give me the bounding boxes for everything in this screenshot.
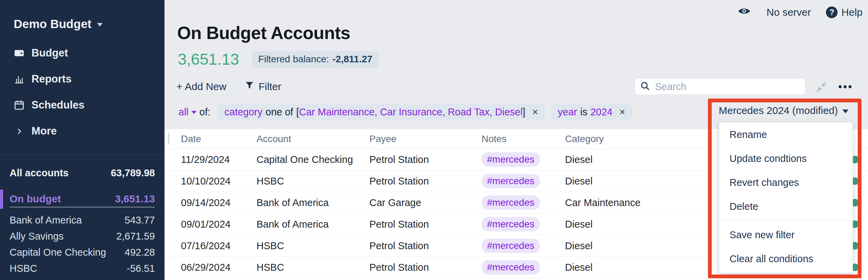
cell-date: 09/14/2024 bbox=[181, 197, 257, 208]
cell-payee: Petrol Station bbox=[369, 240, 482, 252]
column-header-payee: Payee bbox=[369, 133, 482, 144]
remove-condition-button[interactable]: × bbox=[619, 106, 625, 118]
cell-date: 07/16/2024 bbox=[181, 240, 257, 252]
privacy-toggle-button[interactable] bbox=[738, 7, 751, 18]
cell-payee: Petrol Station bbox=[369, 262, 482, 273]
saved-filter-dropdown[interactable]: Mercedes 2024 (modified) bbox=[719, 105, 849, 116]
cell-notes: #mercedes bbox=[482, 260, 565, 275]
condition-field: year bbox=[558, 106, 577, 118]
condition-field: category bbox=[224, 106, 262, 118]
sidebar-account-ally-savings[interactable]: Ally Savings2,671.59 bbox=[10, 228, 155, 244]
combine-suffix: of: bbox=[199, 106, 210, 118]
search-input[interactable] bbox=[654, 81, 800, 93]
account-name: Ally Savings bbox=[10, 231, 64, 242]
sidebar-account-bank-of-america[interactable]: Bank of America543.77 bbox=[10, 212, 155, 228]
menu-item-delete[interactable]: Delete bbox=[719, 194, 853, 218]
collapse-arrows-icon bbox=[816, 89, 827, 94]
note-tag[interactable]: #mercedes bbox=[482, 195, 540, 210]
sidebar-item-label: Reports bbox=[31, 73, 71, 85]
sidebar-account-capital-one-checking[interactable]: Capital One Checking492.28 bbox=[10, 244, 155, 260]
sidebar-item-label: More bbox=[31, 125, 57, 137]
note-tag[interactable]: #mercedes bbox=[482, 239, 540, 253]
sidebar-item-label: Budget bbox=[31, 47, 68, 59]
note-tag[interactable]: #mercedes bbox=[482, 260, 540, 275]
collapse-button[interactable] bbox=[816, 81, 827, 94]
account-name: Capital One Checking bbox=[10, 247, 106, 258]
note-tag[interactable]: #mercedes bbox=[482, 217, 540, 231]
sidebar-account-list: Bank of America543.77Ally Savings2,671.5… bbox=[10, 212, 155, 277]
add-new-label: + Add New bbox=[176, 81, 226, 92]
cell-account: Bank of America bbox=[257, 197, 369, 208]
condition-bracket: [ bbox=[296, 106, 299, 118]
eye-icon bbox=[738, 7, 751, 18]
condition-operator: is bbox=[580, 106, 588, 118]
add-new-button[interactable]: + Add New bbox=[176, 81, 226, 92]
sidebar: Demo Budget BudgetReportsSchedulesMore A… bbox=[0, 0, 165, 280]
filter-condition-pill[interactable]: categoryone of[Car Maintenance, Car Insu… bbox=[218, 104, 545, 120]
calendar-icon bbox=[13, 100, 25, 111]
menu-item-save-new-filter[interactable]: Save new filter bbox=[719, 223, 853, 247]
cell-date: 09/01/2024 bbox=[181, 219, 257, 230]
chevron-right-icon bbox=[13, 127, 25, 135]
condition-pill-list: categoryone of[Car Maintenance, Car Insu… bbox=[218, 104, 632, 120]
note-tag[interactable]: #mercedes bbox=[482, 152, 540, 167]
chevron-down-icon bbox=[97, 23, 103, 27]
note-tag[interactable]: #mercedes bbox=[482, 174, 540, 188]
search-icon bbox=[640, 81, 650, 92]
column-header-date: Date bbox=[181, 133, 257, 144]
on-budget-label: On budget bbox=[10, 193, 61, 205]
sidebar-item-all-accounts[interactable]: All accounts 63,789.98 bbox=[10, 167, 155, 179]
cell-account: HSBC bbox=[257, 262, 369, 273]
on-budget-value: 3,651.13 bbox=[115, 193, 155, 205]
select-all-checkbox[interactable] bbox=[168, 133, 169, 145]
account-name: Bank of America bbox=[10, 215, 82, 226]
all-accounts-label: All accounts bbox=[10, 167, 68, 179]
sidebar-item-label: Schedules bbox=[31, 99, 84, 111]
app-window: Demo Budget BudgetReportsSchedulesMore A… bbox=[0, 0, 868, 280]
server-status[interactable]: No server bbox=[766, 7, 811, 18]
sidebar-item-budget[interactable]: Budget bbox=[0, 40, 165, 66]
cell-date: 10/10/2024 bbox=[181, 176, 257, 187]
account-balance: -56.51 bbox=[127, 263, 155, 274]
cell-notes: #mercedes bbox=[482, 174, 565, 188]
more-options-button[interactable] bbox=[838, 85, 852, 90]
saved-filter-name: Mercedes 2024 (modified) bbox=[719, 105, 838, 116]
sidebar-item-more[interactable]: More bbox=[0, 118, 165, 144]
help-button[interactable]: ? Help bbox=[826, 7, 863, 18]
menu-item-clear-all-conditions[interactable]: Clear all conditions bbox=[719, 247, 853, 271]
cell-payee: Petrol Station bbox=[369, 154, 482, 165]
menu-item-revert-changes[interactable]: Revert changes bbox=[719, 170, 853, 194]
saved-filter-menu: RenameUpdate condtionsRevert changesDele… bbox=[719, 122, 853, 273]
condition-bracket: ] bbox=[523, 106, 525, 118]
sidebar-item-on-budget[interactable]: On budget 3,651.13 bbox=[10, 191, 155, 207]
filtered-balance-badge: Filtered balance: -2,811.27 bbox=[252, 51, 379, 67]
filter-button[interactable]: Filter bbox=[245, 81, 281, 92]
cell-account: HSBC bbox=[257, 176, 369, 187]
cell-notes: #mercedes bbox=[482, 152, 565, 167]
chevron-down-icon bbox=[192, 111, 196, 114]
help-label: Help bbox=[841, 7, 863, 18]
budget-switcher[interactable]: Demo Budget bbox=[14, 17, 103, 31]
bar-chart-icon bbox=[13, 74, 25, 85]
remove-condition-button[interactable]: × bbox=[532, 106, 538, 118]
sidebar-nav: BudgetReportsSchedulesMore bbox=[0, 40, 165, 144]
cell-payee: Petrol Station bbox=[369, 219, 482, 230]
menu-item-rename[interactable]: Rename bbox=[719, 123, 853, 147]
all-accounts-value: 63,789.98 bbox=[111, 167, 155, 179]
filter-combine-select[interactable]: all bbox=[179, 106, 196, 118]
filter-condition-pill[interactable]: yearis2024× bbox=[551, 104, 632, 120]
balance-row: 3,651.13 Filtered balance: -2,811.27 bbox=[178, 51, 379, 68]
selected-indicator bbox=[0, 190, 3, 209]
account-balance: 543.77 bbox=[124, 215, 155, 226]
menu-item-update-condtions[interactable]: Update condtions bbox=[719, 147, 853, 170]
cell-notes: #mercedes bbox=[482, 195, 565, 210]
sidebar-account-hsbc[interactable]: HSBC-56.51 bbox=[10, 260, 155, 277]
cell-account: HSBC bbox=[257, 240, 369, 252]
chevron-down-icon bbox=[842, 110, 849, 113]
checkbox-cell bbox=[168, 133, 181, 144]
sidebar-item-reports[interactable]: Reports bbox=[0, 66, 165, 92]
sidebar-item-schedules[interactable]: Schedules bbox=[0, 92, 165, 118]
funnel-icon bbox=[245, 81, 254, 92]
cell-notes: #mercedes bbox=[482, 217, 565, 231]
toolbar: + Add New Filter bbox=[176, 78, 281, 95]
